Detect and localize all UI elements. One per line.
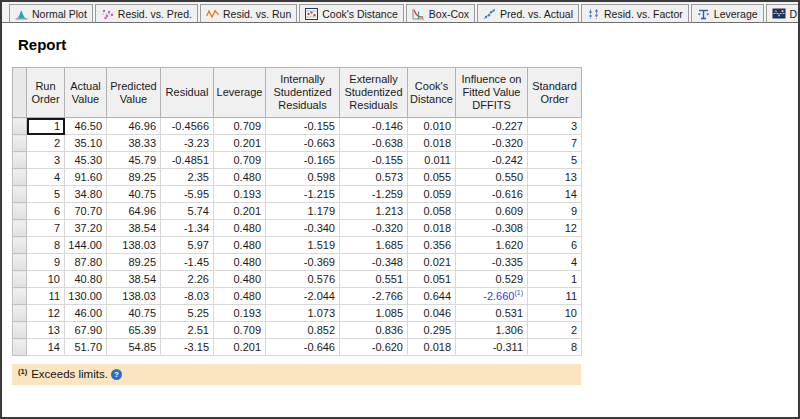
cell[interactable]: 64.96 xyxy=(107,203,161,220)
cell[interactable]: 0.709 xyxy=(214,118,266,135)
cell[interactable]: -0.320 xyxy=(340,220,408,237)
cell[interactable]: 35.10 xyxy=(65,135,107,152)
cell[interactable]: 54.85 xyxy=(107,339,161,356)
cell[interactable]: 87.80 xyxy=(65,254,107,271)
cell[interactable]: 13 xyxy=(528,169,582,186)
cell[interactable]: -0.348 xyxy=(340,254,408,271)
cell[interactable]: 14 xyxy=(27,339,65,356)
cell[interactable]: 0.852 xyxy=(266,322,340,339)
cell[interactable]: 13 xyxy=(27,322,65,339)
cell[interactable]: 0.709 xyxy=(214,152,266,169)
cell[interactable]: -0.146 xyxy=(340,118,408,135)
cell[interactable]: 45.30 xyxy=(65,152,107,169)
cell[interactable]: 1.685 xyxy=(340,237,408,254)
cell[interactable]: -0.165 xyxy=(266,152,340,169)
cell[interactable]: 0.201 xyxy=(214,203,266,220)
row-selector[interactable] xyxy=(13,118,27,135)
cell[interactable]: 9 xyxy=(27,254,65,271)
cell[interactable]: -2.660(1) xyxy=(456,288,528,305)
help-icon[interactable]: ? xyxy=(111,369,122,380)
cell[interactable]: -0.646 xyxy=(266,339,340,356)
cell[interactable]: -0.663 xyxy=(266,135,340,152)
cell[interactable]: 7 xyxy=(528,135,582,152)
cell[interactable]: 0.051 xyxy=(408,271,456,288)
cell[interactable]: 0.356 xyxy=(408,237,456,254)
cell[interactable]: -0.155 xyxy=(340,152,408,169)
row-selector[interactable] xyxy=(13,135,27,152)
cell[interactable]: 51.70 xyxy=(65,339,107,356)
cell[interactable]: -3.23 xyxy=(161,135,214,152)
cell[interactable]: 0.480 xyxy=(214,169,266,186)
cell[interactable]: -0.620 xyxy=(340,339,408,356)
row-selector[interactable] xyxy=(13,237,27,254)
cell[interactable]: -0.227 xyxy=(456,118,528,135)
cell[interactable]: -0.308 xyxy=(456,220,528,237)
cell[interactable]: 0.201 xyxy=(214,135,266,152)
row-selector[interactable] xyxy=(13,271,27,288)
cell[interactable]: 0.531 xyxy=(456,305,528,322)
cell[interactable]: -2.044 xyxy=(266,288,340,305)
tab-resid-vs-run[interactable]: Resid. vs. Run xyxy=(200,4,297,23)
row-selector[interactable] xyxy=(13,152,27,169)
cell[interactable]: -0.638 xyxy=(340,135,408,152)
cell[interactable]: 38.54 xyxy=(107,220,161,237)
cell[interactable]: 10 xyxy=(27,271,65,288)
cell[interactable]: 38.54 xyxy=(107,271,161,288)
cell[interactable]: 46.96 xyxy=(107,118,161,135)
cell[interactable]: -1.215 xyxy=(266,186,340,203)
cell[interactable]: 0.573 xyxy=(340,169,408,186)
tab-dffits[interactable]: DFFITS xyxy=(766,4,800,23)
cell[interactable]: 0.551 xyxy=(340,271,408,288)
cell[interactable]: 0.055 xyxy=(408,169,456,186)
cell[interactable]: -3.15 xyxy=(161,339,214,356)
cell[interactable]: 0.480 xyxy=(214,220,266,237)
cell[interactable]: 0.550 xyxy=(456,169,528,186)
cell[interactable]: -8.03 xyxy=(161,288,214,305)
row-selector[interactable] xyxy=(13,339,27,356)
cell[interactable]: 6 xyxy=(528,237,582,254)
cell[interactable]: -0.320 xyxy=(456,135,528,152)
row-selector[interactable] xyxy=(13,203,27,220)
cell[interactable]: 2 xyxy=(528,322,582,339)
cell[interactable]: 34.80 xyxy=(65,186,107,203)
cell[interactable]: 12 xyxy=(27,305,65,322)
cell[interactable]: 0.021 xyxy=(408,254,456,271)
cell[interactable]: 37.20 xyxy=(65,220,107,237)
cell[interactable]: 40.80 xyxy=(65,271,107,288)
tab-box-cox[interactable]: Box-Cox xyxy=(406,4,475,23)
cell[interactable]: 6 xyxy=(27,203,65,220)
cell[interactable]: 138.03 xyxy=(107,288,161,305)
cell[interactable]: 144.00 xyxy=(65,237,107,254)
cell[interactable]: 0.295 xyxy=(408,322,456,339)
cell[interactable]: 12 xyxy=(528,220,582,237)
cell[interactable]: -1.45 xyxy=(161,254,214,271)
cell[interactable]: -5.95 xyxy=(161,186,214,203)
cell[interactable]: -0.4851 xyxy=(161,152,214,169)
cell[interactable]: 11 xyxy=(528,288,582,305)
cell[interactable]: -0.616 xyxy=(456,186,528,203)
cell[interactable]: 38.33 xyxy=(107,135,161,152)
cell[interactable]: 0.018 xyxy=(408,220,456,237)
row-selector[interactable] xyxy=(13,220,27,237)
cell[interactable]: 0.046 xyxy=(408,305,456,322)
cell[interactable]: 2.26 xyxy=(161,271,214,288)
cell[interactable]: 0.480 xyxy=(214,271,266,288)
cell[interactable]: -1.259 xyxy=(340,186,408,203)
cell[interactable]: 2.35 xyxy=(161,169,214,186)
tab-cook-s-distance[interactable]: Cook's Distance xyxy=(299,4,404,23)
cell[interactable]: 1.519 xyxy=(266,237,340,254)
cell[interactable]: 1.620 xyxy=(456,237,528,254)
cell[interactable]: 0.058 xyxy=(408,203,456,220)
cell[interactable]: 0.644 xyxy=(408,288,456,305)
cell[interactable]: 11 xyxy=(27,288,65,305)
cell[interactable]: -0.335 xyxy=(456,254,528,271)
cell[interactable]: 0.836 xyxy=(340,322,408,339)
tab-resid-vs-factor[interactable]: Resid. vs. Factor xyxy=(581,4,689,23)
cell[interactable]: 0.018 xyxy=(408,339,456,356)
cell[interactable]: -0.4566 xyxy=(161,118,214,135)
cell[interactable]: 46.50 xyxy=(65,118,107,135)
cell[interactable]: 7 xyxy=(27,220,65,237)
tab-leverage[interactable]: Leverage xyxy=(691,4,764,23)
cell[interactable]: 1.073 xyxy=(266,305,340,322)
cell[interactable]: -0.369 xyxy=(266,254,340,271)
